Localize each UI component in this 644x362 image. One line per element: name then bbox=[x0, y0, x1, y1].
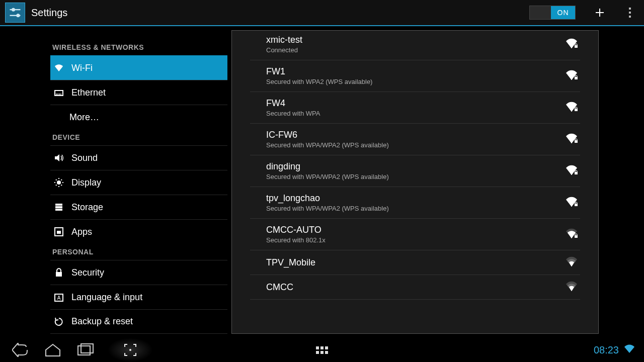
wifi-ssid: CMCC-AUTO bbox=[266, 225, 566, 235]
wifi-ssid: FW1 bbox=[266, 66, 566, 77]
display-icon bbox=[53, 177, 64, 188]
svg-text:A: A bbox=[57, 295, 61, 301]
language-icon: A bbox=[53, 292, 64, 303]
recent-apps-button[interactable] bbox=[75, 341, 95, 358]
storage-icon bbox=[53, 202, 64, 213]
wifi-icon bbox=[53, 62, 64, 73]
wifi-status-text: Secured with WPA bbox=[266, 110, 566, 117]
wifi-ssid: FW4 bbox=[266, 98, 566, 109]
wifi-network-item[interactable]: IC-FW6Secured with WPA/WPA2 (WPS availab… bbox=[250, 124, 580, 155]
sidebar-item-wifi[interactable]: Wi-Fi bbox=[50, 55, 227, 80]
sidebar-item-storage[interactable]: Storage bbox=[50, 195, 227, 219]
wifi-network-item[interactable]: FW4Secured with WPA bbox=[250, 92, 580, 124]
sidebar-item-label: Security bbox=[71, 267, 104, 278]
svg-rect-21 bbox=[78, 346, 90, 355]
system-navbar: 08:23 bbox=[0, 338, 644, 362]
wifi-status-text: Connected bbox=[266, 46, 566, 54]
add-network-button[interactable] bbox=[590, 3, 610, 23]
overflow-menu-button[interactable] bbox=[620, 3, 640, 23]
sidebar-item-apps[interactable]: Apps bbox=[50, 219, 227, 244]
wifi-status-icon bbox=[624, 344, 635, 356]
wifi-status-text: Secured with 802.1x bbox=[266, 236, 566, 244]
wifi-status-text: Secured with WPA/WPA2 (WPS available) bbox=[266, 173, 566, 180]
sidebar-item-label: Storage bbox=[71, 202, 103, 213]
wifi-ssid: tpv_longchao bbox=[266, 193, 566, 204]
apps-icon bbox=[53, 226, 64, 237]
wifi-signal-icon bbox=[566, 281, 580, 293]
sidebar-item-label: Apps bbox=[71, 227, 92, 237]
svg-point-3 bbox=[17, 15, 20, 17]
home-button[interactable] bbox=[43, 341, 62, 358]
wifi-network-item[interactable]: FW1Secured with WPA2 (WPS available) bbox=[250, 60, 580, 92]
screenshot-button[interactable] bbox=[108, 338, 153, 362]
action-bar: Settings ON bbox=[0, 0, 644, 26]
wifi-toggle-label: ON bbox=[551, 6, 575, 19]
svg-rect-20 bbox=[575, 235, 578, 238]
wifi-ssid: xmic-test bbox=[266, 35, 566, 45]
sound-icon bbox=[53, 152, 64, 163]
security-icon bbox=[53, 267, 64, 278]
wifi-signal-locked-icon bbox=[566, 228, 580, 240]
sidebar-item-language[interactable]: ALanguage & input bbox=[50, 285, 227, 309]
wifi-network-item[interactable]: CMCC bbox=[250, 275, 580, 300]
svg-point-23 bbox=[130, 349, 131, 350]
sidebar-item-ethernet[interactable]: Ethernet bbox=[50, 80, 227, 105]
sidebar-item-more[interactable]: More… bbox=[50, 105, 227, 129]
wifi-status-text: Secured with WPA/WPA2 (WPS available) bbox=[266, 141, 566, 149]
back-button[interactable] bbox=[11, 341, 30, 358]
svg-point-5 bbox=[57, 180, 61, 185]
wifi-status-text: Secured with WPA2 (WPS available) bbox=[266, 78, 566, 85]
settings-sidebar: WIRELESS & NETWORKSWi-FiEthernetMore…DEV… bbox=[0, 26, 227, 338]
wifi-signal-locked-icon bbox=[566, 165, 580, 177]
svg-rect-18 bbox=[575, 172, 578, 174]
sidebar-item-security[interactable]: Security bbox=[50, 260, 227, 285]
wifi-status-text: Secured with WPA/WPA2 (WPS available) bbox=[266, 205, 566, 212]
wifi-ssid: CMCC bbox=[266, 282, 566, 293]
sidebar-item-label: Backup & reset bbox=[71, 316, 133, 327]
svg-point-1 bbox=[12, 9, 15, 11]
sidebar-item-sound[interactable]: Sound bbox=[50, 145, 227, 170]
wifi-network-item[interactable]: tpv_longchaoSecured with WPA/WPA2 (WPS a… bbox=[250, 187, 580, 219]
wifi-network-list: xmic-testConnected FW1Secured with WPA2 … bbox=[231, 30, 599, 334]
sidebar-item-display[interactable]: Display bbox=[50, 170, 227, 195]
category-header: PERSONAL bbox=[50, 244, 227, 260]
wifi-signal-locked-icon bbox=[566, 70, 580, 82]
svg-rect-8 bbox=[55, 209, 62, 211]
sidebar-item-label: Wi-Fi bbox=[71, 63, 93, 73]
sidebar-item-label: Sound bbox=[71, 153, 98, 163]
svg-rect-15 bbox=[575, 77, 578, 79]
wifi-ssid: IC-FW6 bbox=[266, 130, 566, 140]
svg-rect-10 bbox=[57, 231, 61, 234]
wifi-signal-locked-icon bbox=[566, 133, 580, 145]
wifi-signal-locked-icon bbox=[566, 197, 580, 209]
wifi-signal-icon bbox=[566, 256, 580, 268]
clock: 08:23 bbox=[594, 344, 619, 356]
app-drawer-button[interactable] bbox=[312, 338, 332, 362]
svg-rect-16 bbox=[575, 109, 578, 111]
sidebar-item-label: More… bbox=[69, 112, 99, 123]
page-title: Settings bbox=[31, 7, 67, 19]
svg-rect-6 bbox=[55, 204, 62, 206]
svg-rect-17 bbox=[575, 140, 578, 143]
svg-rect-11 bbox=[56, 272, 62, 277]
svg-rect-14 bbox=[575, 45, 578, 48]
sidebar-item-label: Ethernet bbox=[71, 87, 106, 98]
svg-rect-7 bbox=[55, 206, 62, 208]
settings-app-icon bbox=[5, 3, 25, 23]
wifi-network-item[interactable]: xmic-testConnected bbox=[250, 31, 580, 60]
category-header: WIRELESS & NETWORKS bbox=[50, 39, 227, 55]
wifi-network-item[interactable]: TPV_Mobile bbox=[250, 250, 580, 275]
wifi-toggle[interactable]: ON bbox=[529, 6, 576, 20]
sidebar-item-backup[interactable]: Backup & reset bbox=[50, 309, 227, 334]
wifi-ssid: TPV_Mobile bbox=[266, 257, 566, 268]
sidebar-item-label: Display bbox=[71, 177, 101, 188]
backup-icon bbox=[53, 316, 64, 327]
ethernet-icon bbox=[53, 87, 64, 98]
wifi-signal-locked-icon bbox=[566, 102, 580, 114]
svg-rect-22 bbox=[81, 344, 93, 353]
svg-rect-19 bbox=[575, 204, 578, 206]
wifi-network-item[interactable]: CMCC-AUTOSecured with 802.1x bbox=[250, 219, 580, 250]
category-header: DEVICE bbox=[50, 129, 227, 145]
wifi-network-item[interactable]: dingdingSecured with WPA/WPA2 (WPS avail… bbox=[250, 155, 580, 187]
sidebar-item-label: Language & input bbox=[71, 292, 142, 303]
